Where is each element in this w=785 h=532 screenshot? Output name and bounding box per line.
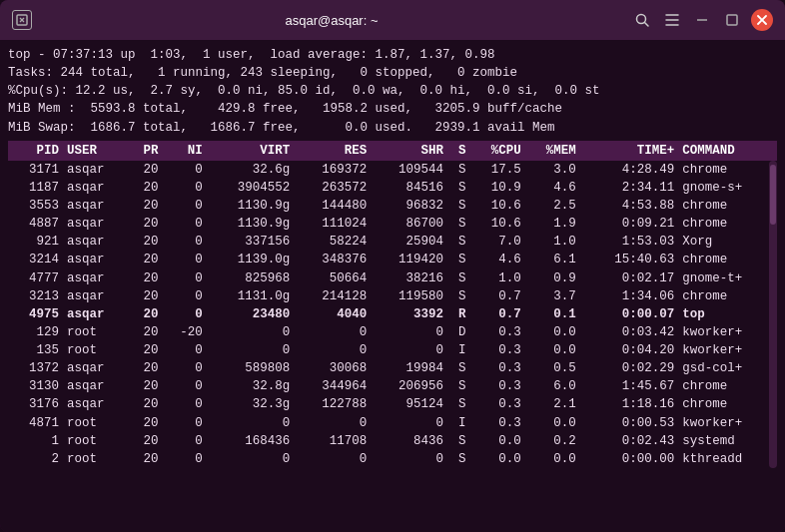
table-row: 1187asqar200390455226357284516S10.94.62:… [8, 179, 777, 197]
table-row: 3553asqar2001130.9g14448096832S10.62.54:… [8, 197, 777, 215]
menu-icon[interactable] [661, 9, 683, 31]
table-row: 3213asqar2001131.0g214128119580S0.73.71:… [8, 287, 777, 305]
col-pr: PR [129, 141, 162, 161]
search-icon[interactable] [631, 9, 653, 31]
table-header: PID USER PR NI VIRT RES SHR S %CPU %MEM … [8, 141, 777, 161]
stat-line-4: MiB Mem : 5593.8 total, 429.8 free, 1958… [8, 100, 777, 118]
terminal-window: asqar@asqar: ~ [0, 0, 785, 532]
scrollbar-thumb[interactable] [770, 165, 776, 225]
table-row: 3130asqar20032.8g344964206956S0.36.01:45… [8, 377, 777, 395]
stat-line-5: MiB Swap: 1686.7 total, 1686.7 free, 0.0… [8, 119, 777, 137]
col-cpu: %CPU [470, 141, 525, 161]
process-table: PID USER PR NI VIRT RES SHR S %CPU %MEM … [8, 141, 777, 468]
pin-icon[interactable] [12, 10, 32, 30]
col-s: S [447, 141, 469, 161]
table-row: 3176asqar20032.3g12278895124S0.32.11:18.… [8, 395, 777, 413]
terminal-content: top - 07:37:13 up 1:03, 1 user, load ave… [0, 40, 785, 532]
col-virt: VIRT [207, 141, 295, 161]
table-row: 921asqar2003371565822425904S7.01.01:53.0… [8, 233, 777, 251]
col-res: RES [294, 141, 371, 161]
titlebar: asqar@asqar: ~ [0, 0, 785, 40]
col-command: COMMAND [678, 141, 777, 161]
window-title: asqar@asqar: ~ [32, 13, 631, 28]
maximize-button[interactable] [721, 9, 743, 31]
stat-line-2: Tasks: 244 total, 1 running, 243 sleepin… [8, 64, 777, 82]
svg-rect-9 [727, 15, 737, 25]
col-time: TIME+ [580, 141, 679, 161]
table-row: 4871root200000I0.30.00:00.53kworker+ [8, 414, 777, 432]
table-row: 4777asqar2008259685066438216S1.00.90:02.… [8, 269, 777, 287]
svg-line-4 [645, 23, 649, 27]
titlebar-left [12, 10, 32, 30]
table-row: 135root200000I0.30.00:04.20kworker+ [8, 341, 777, 359]
table-row: 129root20-20000D0.30.00:03.42kworker+ [8, 323, 777, 341]
table-row: 4887asqar2001130.9g11102486700S10.61.90:… [8, 215, 777, 233]
table-row: 4975asqar2002348040403392R0.70.10:00.07t… [8, 305, 777, 323]
scrollbar-track[interactable] [769, 161, 777, 468]
col-ni: NI [162, 141, 206, 161]
col-pid: PID [8, 141, 63, 161]
table-row: 3214asqar2001139.0g348376119420S4.66.115… [8, 251, 777, 268]
stat-line-3: %Cpu(s): 12.2 us, 2.7 sy, 0.0 ni, 85.0 i… [8, 82, 777, 100]
table-row: 1372asqar2005898083006819984S0.30.50:02.… [8, 359, 777, 377]
table-row: 1root200168436117088436S0.00.20:02.43sys… [8, 432, 777, 450]
table-row: 3171asqar20032.6g169372109544S17.53.04:2… [8, 161, 777, 179]
process-rows: 3171asqar20032.6g169372109544S17.53.04:2… [8, 161, 777, 468]
close-button[interactable] [751, 9, 773, 31]
table-row: 2root200000S0.00.00:00.00kthreadd [8, 450, 777, 468]
titlebar-controls [631, 9, 773, 31]
col-shr: SHR [371, 141, 447, 161]
col-mem: %MEM [525, 141, 580, 161]
col-user: USER [63, 141, 129, 161]
stat-line-1: top - 07:37:13 up 1:03, 1 user, load ave… [8, 46, 777, 64]
minimize-button[interactable] [691, 9, 713, 31]
